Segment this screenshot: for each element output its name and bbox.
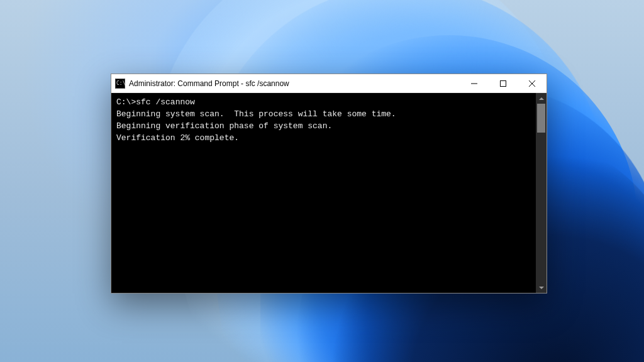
window-controls <box>460 74 547 92</box>
minimize-button[interactable] <box>460 74 489 92</box>
window-title: Administrator: Command Prompt - sfc /sca… <box>129 79 289 88</box>
command-text: sfc /scannow <box>136 97 195 107</box>
svg-rect-0 <box>501 80 506 86</box>
output-line: Verification 2% complete. <box>116 133 531 145</box>
maximize-icon <box>500 80 506 87</box>
close-icon <box>529 80 535 87</box>
scroll-up-button[interactable] <box>536 93 547 104</box>
output-line: Beginning verification phase of system s… <box>116 121 531 133</box>
maximize-button[interactable] <box>489 74 518 92</box>
titlebar[interactable]: C:\ Administrator: Command Prompt - sfc … <box>111 74 547 93</box>
command-prompt-icon-glyph: C:\ <box>116 81 125 86</box>
scroll-down-button[interactable] <box>536 282 547 293</box>
chevron-up-icon <box>539 96 544 101</box>
prompt-line: C:\>sfc /scannow <box>116 97 531 109</box>
vertical-scrollbar[interactable] <box>536 93 547 293</box>
command-prompt-window: C:\ Administrator: Command Prompt - sfc … <box>111 74 547 293</box>
command-prompt-icon: C:\ <box>115 79 125 89</box>
chevron-down-icon <box>539 285 544 290</box>
terminal-output[interactable]: C:\>sfc /scannowBeginning system scan. T… <box>111 93 536 293</box>
title-left: C:\ Administrator: Command Prompt - sfc … <box>115 79 289 89</box>
close-button[interactable] <box>518 74 547 92</box>
scrollbar-thumb[interactable] <box>537 104 545 133</box>
minimize-icon <box>471 80 477 87</box>
output-line: Beginning system scan. This process will… <box>116 109 531 121</box>
client-area: C:\>sfc /scannowBeginning system scan. T… <box>111 93 547 293</box>
prompt: C:\> <box>116 97 136 107</box>
